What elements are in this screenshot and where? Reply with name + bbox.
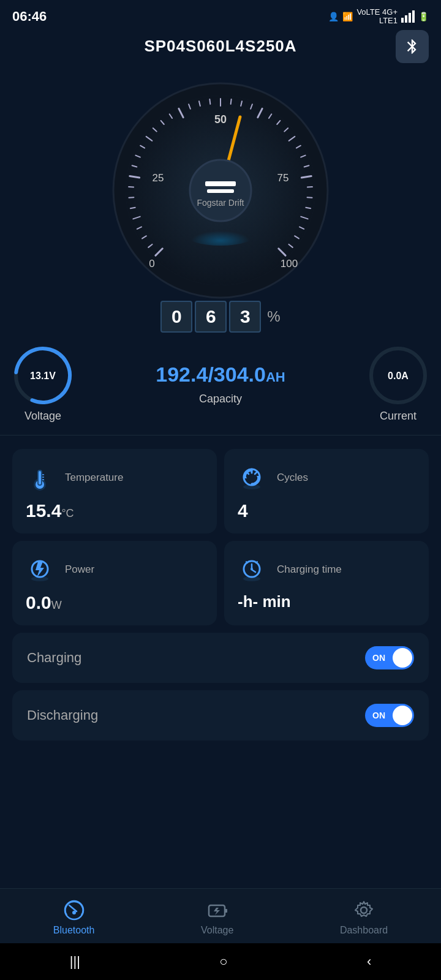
gear-icon [353,899,375,921]
clock-icon [235,553,268,586]
divider-1 [0,435,441,435]
current-arc: 0.0A [368,345,429,406]
nav-item-bluetooth[interactable]: Bluetooth [53,899,95,936]
svg-line-26 [209,99,210,104]
temperature-value: 15.4°C [23,500,206,521]
current-label: Current [380,410,417,423]
charging-time-label: Charging time [277,564,342,576]
status-bar: 06:46 👤 📶 VoLTE 4G+ LTE1 🔋 [0,0,441,31]
svg-text:Fogstar Drift: Fogstar Drift [197,198,244,208]
svg-text:25: 25 [153,172,164,184]
bottom-nav: Bluetooth Voltage Dashboard [0,888,441,943]
cycles-icon [235,461,268,494]
charging-time-value: -h- min [235,592,418,611]
svg-text:13.1V: 13.1V [30,371,56,381]
current-metric: 0.0A Current [368,345,429,423]
svg-text:50: 50 [214,113,227,126]
battery-voltage-icon [206,899,228,921]
signal-bars-icon [401,9,415,24]
charging-toggle-row: Charging ON [12,633,429,683]
power-card: Power 0.0W [12,541,217,625]
svg-rect-3 [412,10,415,23]
discharging-toggle-knob [393,706,412,725]
svg-rect-52 [207,189,234,193]
voltage-metric: 13.1V Voltage [12,345,74,423]
charging-time-card: Charging time -h- min [224,541,429,625]
battery-icon: 🔋 [418,12,429,21]
cycles-label: Cycles [277,472,308,484]
svg-point-87 [361,907,367,913]
capacity-label: Capacity [199,393,242,405]
svg-rect-86 [225,909,227,913]
gauge-container: Fogstar Drift 50 25 75 0 100 [104,74,337,307]
cycles-card: Cycles 4 [224,449,429,533]
svg-line-83 [69,905,77,911]
discharging-toggle-row: Discharging ON [12,690,429,741]
svg-rect-67 [39,471,41,484]
discharging-toggle[interactable]: ON [365,704,414,727]
temperature-card: Temperature 15.4°C [12,449,217,533]
gauge-svg: Fogstar Drift 50 25 75 0 100 [104,74,337,307]
svg-point-48 [184,221,257,246]
svg-line-28 [231,99,232,104]
status-time: 06:46 [12,9,47,24]
svg-rect-0 [401,18,404,23]
power-label: Power [65,564,94,576]
network-label: VoLTE 4G+ [356,8,398,17]
nav-voltage-label: Voltage [201,925,233,936]
charging-toggle-knob [393,648,412,668]
charging-toggle[interactable]: ON [365,646,414,669]
sim-icon: 📶 [342,12,353,21]
app-header: SP04S060L4S250A [0,31,441,62]
nav-item-voltage[interactable]: Voltage [201,899,233,936]
stats-grid: Temperature 15.4°C [0,442,441,633]
charging-toggle-state: ON [372,653,385,663]
charging-toggle-label: Charging [27,650,81,666]
android-recent-btn[interactable]: ||| [70,954,80,970]
speedometer-icon [63,899,85,921]
voltage-label: Voltage [24,410,61,423]
temperature-label: Temperature [65,472,123,484]
svg-text:75: 75 [277,172,289,184]
svg-rect-2 [409,13,411,23]
svg-rect-51 [205,181,236,186]
bluetooth-button[interactable] [396,30,429,63]
device-title: SP04S060L4S250A [144,37,296,56]
metrics-row: 13.1V Voltage 192.4/304.0AH Capacity 0.0… [0,333,441,429]
nav-bluetooth-label: Bluetooth [53,925,95,936]
power-icon [23,553,56,586]
thermometer-icon [23,461,56,494]
svg-rect-1 [405,15,407,23]
capacity-metric: 192.4/304.0AH Capacity [156,363,285,405]
svg-text:100: 100 [281,258,298,270]
android-nav: ||| ○ ‹ [0,943,441,980]
capacity-value: 192.4/304.0AH [156,363,285,386]
status-icons: 👤 📶 VoLTE 4G+ LTE1 🔋 [328,8,429,26]
nav-item-dashboard[interactable]: Dashboard [340,899,388,936]
cycles-value: 4 [235,500,418,521]
svg-text:0: 0 [149,258,154,270]
lte-label: LTE1 [356,17,398,25]
person-icon: 👤 [328,12,339,21]
discharging-toggle-label: Discharging [27,707,98,723]
percent-sign: % [267,308,280,325]
discharging-toggle-state: ON [372,710,385,720]
svg-point-81 [251,568,253,570]
svg-line-13 [129,197,134,198]
nav-dashboard-label: Dashboard [340,925,388,936]
android-back-btn[interactable]: ‹ [367,954,371,970]
svg-text:0.0A: 0.0A [388,371,409,381]
android-home-btn[interactable]: ○ [219,954,227,970]
bottom-spacer [0,748,441,846]
capacity-unit: AH [266,369,285,385]
power-value: 0.0W [23,592,206,613]
svg-line-41 [307,197,312,198]
voltage-arc: 13.1V [12,345,74,406]
svg-point-84 [72,911,76,914]
gauge-section: Fogstar Drift 50 25 75 0 100 0 6 3 % [0,62,441,333]
